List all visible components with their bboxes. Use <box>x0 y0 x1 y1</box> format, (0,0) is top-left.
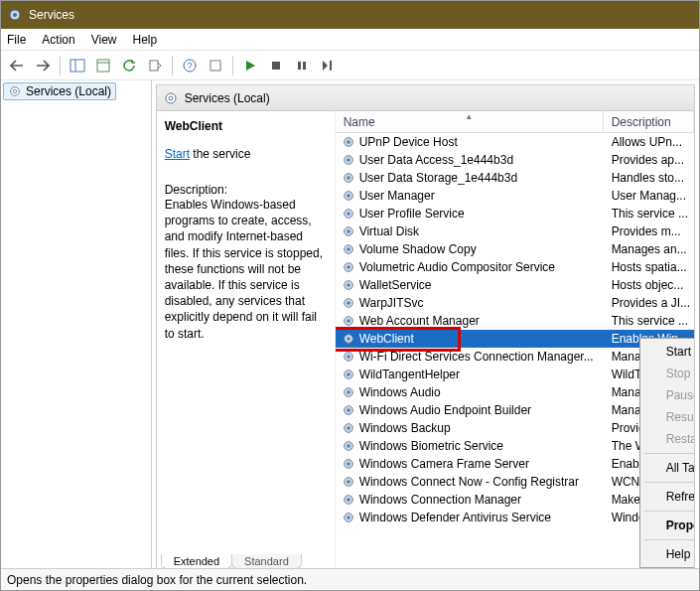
ctx-restart[interactable]: Restart <box>642 428 694 450</box>
list-body[interactable]: UPnP Device HostAllows UPn...User Data A… <box>336 133 694 568</box>
service-name: Windows Connect Now - Config Registrar <box>359 475 604 489</box>
toolbar-separator <box>172 56 173 75</box>
context-menu: Start Stop Pause Resume Restart All Task… <box>639 338 694 568</box>
gear-icon <box>342 314 355 328</box>
show-hide-tree-button[interactable] <box>66 54 89 77</box>
service-row[interactable]: Volume Shadow CopyManages an... <box>336 240 694 258</box>
service-row[interactable]: User Data Storage_1e444b3dHandles sto... <box>336 169 694 187</box>
service-row[interactable]: Volumetric Audio Compositor ServiceHosts… <box>336 258 694 276</box>
service-row[interactable]: Web Account ManagerThis service ... <box>336 312 694 330</box>
svg-point-55 <box>347 462 350 466</box>
service-name: Windows Backup <box>359 421 604 435</box>
svg-rect-10 <box>272 62 280 70</box>
service-name: Windows Audio <box>359 385 604 399</box>
ctx-pause[interactable]: Pause <box>642 384 694 406</box>
service-desc: Manages an... <box>604 242 690 256</box>
gear-icon <box>342 207 355 221</box>
service-desc: This service ... <box>604 314 690 328</box>
service-name: Windows Connection Manager <box>359 493 604 507</box>
ctx-start[interactable]: Start <box>642 341 694 363</box>
tree-root-label: Services (Local) <box>26 84 111 98</box>
tab-extended[interactable]: Extended <box>161 554 232 569</box>
menu-action[interactable]: Action <box>42 33 74 47</box>
ctx-stop[interactable]: Stop <box>642 363 694 384</box>
service-desc: Provides a JI... <box>604 296 690 310</box>
service-row[interactable]: User Profile ServiceThis service ... <box>336 205 694 222</box>
window-title: Services <box>29 8 74 22</box>
svg-rect-11 <box>298 62 301 70</box>
ctx-properties[interactable]: Properties <box>642 515 694 536</box>
gear-icon <box>342 242 355 256</box>
statusbar: Opens the properties dialog box for the … <box>1 568 699 590</box>
ctx-all-tasks-label: All Tasks <box>666 461 694 475</box>
services-icon <box>7 7 23 23</box>
refresh-toolbar-button[interactable] <box>117 54 141 77</box>
service-row[interactable]: WalletServiceHosts objec... <box>336 276 694 294</box>
properties-toolbar-button[interactable] <box>91 54 115 77</box>
back-button[interactable] <box>5 54 29 77</box>
ctx-separator <box>644 453 694 454</box>
menu-help[interactable]: Help <box>133 33 158 47</box>
ctx-all-tasks[interactable]: All Tasks▶ <box>642 457 694 479</box>
service-row[interactable]: Virtual DiskProvides m... <box>336 222 694 240</box>
start-link[interactable]: Start <box>165 147 190 161</box>
gear-icon <box>342 224 355 238</box>
ctx-separator <box>644 539 694 540</box>
service-row[interactable]: User ManagerUser Manag... <box>336 187 694 205</box>
svg-point-57 <box>347 480 350 484</box>
service-row[interactable]: WarpJITSvcProvides a JI... <box>336 294 694 312</box>
service-name: User Manager <box>359 189 604 203</box>
service-name: WebClient <box>359 332 604 346</box>
service-row[interactable]: UPnP Device HostAllows UPn... <box>336 133 694 151</box>
options-toolbar-button[interactable] <box>204 54 227 77</box>
svg-rect-13 <box>330 61 332 71</box>
svg-rect-12 <box>303 62 306 70</box>
tab-standard[interactable]: Standard <box>231 554 302 569</box>
start-service-button[interactable] <box>238 54 262 77</box>
column-desc-label: Description <box>612 115 671 129</box>
gear-icon <box>342 457 355 471</box>
ctx-refresh[interactable]: Refresh <box>642 486 694 508</box>
column-name[interactable]: Name ▲ <box>336 111 604 132</box>
svg-point-1 <box>13 13 17 17</box>
ctx-help[interactable]: Help <box>642 543 694 565</box>
restart-service-button[interactable] <box>316 54 340 77</box>
service-name: Volumetric Audio Compositor Service <box>359 260 604 274</box>
menu-file[interactable]: File <box>7 33 26 47</box>
svg-point-39 <box>347 319 350 323</box>
service-name: WalletService <box>359 278 604 292</box>
svg-rect-6 <box>150 61 158 71</box>
detail-desc-label: Description: <box>165 183 325 197</box>
svg-point-17 <box>169 96 173 100</box>
gear-icon <box>342 171 355 185</box>
service-name: User Data Access_1e444b3d <box>359 153 604 167</box>
right-header-title: Services (Local) <box>185 91 270 105</box>
forward-button[interactable] <box>31 54 55 77</box>
svg-rect-9 <box>210 61 220 71</box>
detail-start-line: Start the service <box>165 147 325 161</box>
detail-service-name: WebClient <box>165 119 325 133</box>
list-header: Name ▲ Description <box>336 111 694 133</box>
svg-point-29 <box>347 229 350 233</box>
toolbar-separator <box>232 56 233 75</box>
gear-icon <box>342 475 355 489</box>
svg-point-59 <box>347 498 350 502</box>
gear-icon <box>342 296 355 310</box>
svg-point-27 <box>347 212 350 216</box>
stop-service-button[interactable] <box>264 54 288 77</box>
svg-point-31 <box>347 247 350 251</box>
gear-icon <box>342 385 355 399</box>
ctx-resume[interactable]: Resume <box>642 406 694 428</box>
service-name: User Data Storage_1e444b3d <box>359 171 604 185</box>
service-name: UPnP Device Host <box>359 135 604 149</box>
pause-service-button[interactable] <box>290 54 314 77</box>
main-area: Services (Local) Services (Local) WebCli… <box>1 80 699 568</box>
service-name: Windows Audio Endpoint Builder <box>359 403 604 417</box>
column-description[interactable]: Description <box>604 111 694 132</box>
help-toolbar-button[interactable]: ? <box>178 54 202 77</box>
menu-view[interactable]: View <box>91 33 117 47</box>
bottom-tabs: Extended Standard <box>161 554 301 569</box>
service-row[interactable]: User Data Access_1e444b3dProvides ap... <box>336 151 694 169</box>
export-list-button[interactable] <box>143 54 167 77</box>
tree-root-services[interactable]: Services (Local) <box>3 82 116 100</box>
